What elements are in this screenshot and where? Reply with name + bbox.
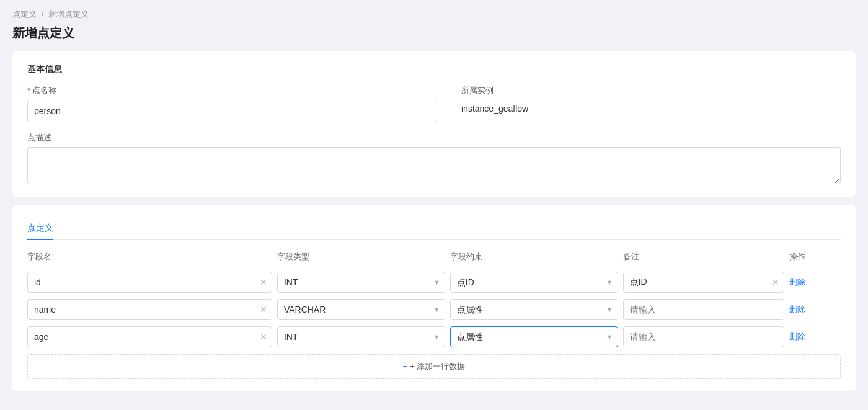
page-container: 点定义 / 新增点定义 新增点定义 基本信息 *点名称 所属实例 instanc… <box>0 0 868 410</box>
clear-field-name-icon-2[interactable]: ✕ <box>260 332 267 341</box>
field-type-select-2[interactable]: INTVARCHARBIGINTDOUBLEBOOLEANSTRING <box>277 326 445 347</box>
remark-wrap-2 <box>623 326 785 347</box>
remark-clear-icon-0[interactable]: ✕ <box>772 277 779 287</box>
breadcrumb: 点定义 / 新增点定义 <box>12 9 856 20</box>
instance-group: 所属实例 instance_geaflow <box>461 85 841 122</box>
name-label: *点名称 <box>27 85 436 96</box>
definition-table: 字段名 字段类型 字段约束 备注 操作 ✕ INTVARCHARBIGINTDO… <box>27 251 841 350</box>
remark-wrap-0: ✕ <box>623 272 785 293</box>
tab-bar: 点定义 <box>27 218 841 240</box>
table-row: ✕ INTVARCHARBIGINTDOUBLEBOOLEANSTRING ▼ … <box>27 296 841 323</box>
remark-input-0[interactable] <box>623 272 785 293</box>
delete-row-button-2[interactable]: 删除 <box>789 332 805 341</box>
col-header-field-name: 字段名 <box>27 251 277 269</box>
form-row-name-instance: *点名称 所属实例 instance_geaflow <box>27 85 841 122</box>
instance-label: 所属实例 <box>461 85 841 96</box>
breadcrumb-parent[interactable]: 点定义 <box>12 9 37 19</box>
required-star: * <box>27 86 30 95</box>
delete-row-button-0[interactable]: 删除 <box>789 277 805 287</box>
add-row-label: + 添加一行数据 <box>410 362 465 371</box>
table-header-row: 字段名 字段类型 字段约束 备注 操作 <box>27 251 841 269</box>
desc-group: 点描述 <box>27 132 841 184</box>
name-input[interactable] <box>27 100 436 122</box>
field-name-wrap-0: ✕ <box>27 272 272 293</box>
desc-label: 点描述 <box>27 132 841 143</box>
field-constraint-select-0[interactable]: 点ID点属性 <box>450 272 618 293</box>
add-row-button[interactable]: ++ 添加一行数据 <box>27 354 841 379</box>
field-type-wrap-1: INTVARCHARBIGINTDOUBLEBOOLEANSTRING ▼ <box>277 299 445 320</box>
field-name-wrap-1: ✕ <box>27 299 272 320</box>
clear-field-name-icon-1[interactable]: ✕ <box>260 305 267 314</box>
desc-textarea[interactable] <box>27 147 841 184</box>
field-name-input-0[interactable] <box>27 272 272 293</box>
table-row: ✕ INTVARCHARBIGINTDOUBLEBOOLEANSTRING ▼ … <box>27 269 841 296</box>
field-name-input-1[interactable] <box>27 299 272 320</box>
plus-icon: + <box>403 362 408 371</box>
field-constraint-select-2[interactable]: 点ID点属性 <box>450 326 618 347</box>
col-header-field-type: 字段类型 <box>277 251 450 269</box>
field-constraint-wrap-2: 点ID点属性 ▼ <box>450 326 618 347</box>
table-body: ✕ INTVARCHARBIGINTDOUBLEBOOLEANSTRING ▼ … <box>27 269 841 350</box>
col-header-remark: 备注 <box>623 251 790 269</box>
field-name-wrap-2: ✕ <box>27 326 272 347</box>
page-title: 新增点定义 <box>12 25 856 42</box>
table-row: ✕ INTVARCHARBIGINTDOUBLEBOOLEANSTRING ▼ … <box>27 323 841 350</box>
field-type-select-1[interactable]: INTVARCHARBIGINTDOUBLEBOOLEANSTRING <box>277 299 445 320</box>
field-constraint-wrap-0: 点ID点属性 ▼ <box>450 272 618 293</box>
col-header-action: 操作 <box>789 251 841 269</box>
field-type-select-0[interactable]: INTVARCHARBIGINTDOUBLEBOOLEANSTRING <box>277 272 445 293</box>
breadcrumb-current: 新增点定义 <box>48 9 89 19</box>
breadcrumb-separator: / <box>42 9 44 19</box>
col-header-field-constraint: 字段约束 <box>450 251 623 269</box>
field-type-wrap-0: INTVARCHARBIGINTDOUBLEBOOLEANSTRING ▼ <box>277 272 445 293</box>
field-type-wrap-2: INTVARCHARBIGINTDOUBLEBOOLEANSTRING ▼ <box>277 326 445 347</box>
remark-wrap-1 <box>623 299 785 320</box>
remark-input-2[interactable] <box>623 326 785 347</box>
field-constraint-wrap-1: 点ID点属性 ▼ <box>450 299 618 320</box>
definition-card: 点定义 字段名 字段类型 字段约束 备注 操作 ✕ INTVARCHARBIGI… <box>12 205 856 391</box>
delete-row-button-1[interactable]: 删除 <box>789 305 805 314</box>
clear-field-name-icon-0[interactable]: ✕ <box>260 278 267 287</box>
basic-info-card: 基本信息 *点名称 所属实例 instance_geaflow 点描述 <box>12 51 856 197</box>
name-group: *点名称 <box>27 85 436 122</box>
field-name-input-2[interactable] <box>27 326 272 347</box>
basic-info-title: 基本信息 <box>27 64 841 75</box>
field-constraint-select-1[interactable]: 点ID点属性 <box>450 299 618 320</box>
instance-value: instance_geaflow <box>461 100 841 114</box>
tab-definition[interactable]: 点定义 <box>27 218 53 240</box>
remark-input-1[interactable] <box>623 299 785 320</box>
